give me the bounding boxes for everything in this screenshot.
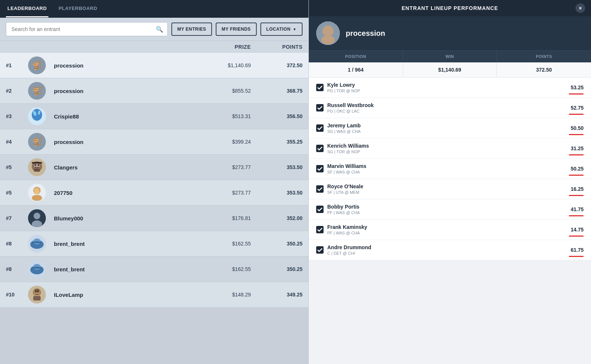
prize: $148.29 [199, 292, 251, 298]
player-meta: SF | UTA @ MEM [327, 190, 571, 195]
player-row[interactable]: Marvin Williams SF | WAS @ CHA 50.25 [309, 159, 591, 179]
points: 368.75 [251, 88, 303, 94]
player-row[interactable]: Frank Kaminsky PF | WAS @ CHA 14.75 [309, 220, 591, 240]
player-row[interactable]: Kyle Lowry PG | TOR @ NOP 53.25 [309, 78, 591, 98]
prize: $855.52 [199, 88, 251, 94]
prize: $1,140.69 [199, 62, 251, 68]
table-row[interactable]: #10 ILoveLamp $148.29 349.25 [0, 282, 308, 308]
avatar [28, 235, 46, 253]
avatar [28, 260, 46, 278]
points: 355.25 [251, 139, 303, 145]
stats-header: POSITION WIN POINTS [309, 50, 591, 62]
check-icon [316, 226, 324, 233]
table-row[interactable]: #1 🐒 procession $1,140.69 372.50 [0, 53, 308, 78]
rank: #5 [6, 190, 28, 196]
player-info: Kyle Lowry PG | TOR @ NOP [327, 82, 571, 93]
player-row[interactable]: Jeremy Lamb SG | WAS @ CHA 50.50 [309, 118, 591, 138]
search-filter-bar: 🔍 MY ENTRIES MY FRIENDS LOCATION ▼ [0, 18, 308, 41]
stats-win: $1,140.69 [403, 62, 497, 77]
svg-rect-7 [34, 169, 40, 172]
player-info: Marvin Williams SF | WAS @ CHA [327, 163, 571, 174]
table-row[interactable]: #2 🐒 procession $855.52 368.75 [0, 78, 308, 104]
search-wrapper: 🔍 [6, 22, 168, 36]
table-row[interactable]: #5 Clangers $273.77 353.50 [0, 155, 308, 180]
points: 352.00 [251, 215, 303, 221]
player-row[interactable]: Andre Drummond C | DET @ CHI 61.75 [309, 240, 591, 260]
rank: #4 [6, 139, 28, 145]
search-input[interactable] [6, 22, 168, 36]
player-name: Kenrich Williams [327, 143, 571, 149]
leaderboard-table: #1 🐒 procession $1,140.69 372.50 #2 🐒 pr… [0, 53, 308, 308]
player-meta: SG | TOR @ NOP [327, 150, 571, 154]
player-row[interactable]: Russell Westbrook PG | OKC @ LAC 52.75 [309, 98, 591, 118]
player-meta: PG | TOR @ NOP [327, 89, 571, 93]
table-row[interactable]: #3 Crispie88 $513.31 356.50 [0, 104, 308, 129]
player-meta: PF | WAS @ CHA [327, 210, 571, 215]
points: 353.50 [251, 190, 303, 196]
prize: $162.55 [199, 266, 251, 272]
panel-title: ENTRANT LINEUP PERFORMANCE [402, 5, 498, 11]
player-name: Jeremy Lamb [327, 123, 571, 128]
search-icon: 🔍 [156, 26, 163, 33]
entrant-username: procession [346, 29, 385, 38]
stats-header-points: POINTS [497, 51, 591, 62]
points: 350.25 [251, 266, 303, 272]
check-icon [316, 104, 324, 111]
svg-point-8 [35, 164, 36, 166]
prize: $162.55 [199, 241, 251, 247]
table-row[interactable]: #4 🐒 procession $399.24 355.25 [0, 129, 308, 155]
my-entries-button[interactable]: MY ENTRIES [171, 23, 212, 36]
player-score-bar [569, 236, 584, 237]
table-row[interactable]: #5 207750 $273.77 353.50 [0, 180, 308, 206]
stats-header-position: POSITION [309, 51, 403, 62]
tab-leaderboard[interactable]: LEADERBOARD [6, 0, 48, 17]
player-score-bar [569, 93, 584, 95]
table-row[interactable]: #8 brent_brent $162.55 350.25 [0, 257, 308, 282]
entrant-name: procession [54, 139, 199, 145]
player-score-bar [569, 256, 584, 257]
player-row[interactable]: Bobby Portis PF | WAS @ CHA 41.75 [309, 199, 591, 220]
points-header: POINTS [251, 44, 303, 50]
player-row[interactable]: Royce O'Neale SF | UTA @ MEM 16.25 [309, 179, 591, 199]
player-meta: PF | WAS @ CHA [327, 231, 571, 235]
table-row[interactable]: #8 brent_brent $162.55 350.25 [0, 231, 308, 257]
table-row[interactable]: #7 Blumey000 $176.81 352.00 [0, 206, 308, 231]
entrant-name: Crispie88 [54, 113, 199, 120]
check-icon [316, 145, 324, 152]
prize: $513.31 [199, 113, 251, 119]
svg-rect-39 [316, 206, 324, 213]
stats-row: 1 / 964 $1,140.69 372.50 [309, 62, 591, 78]
points: 350.25 [251, 241, 303, 247]
prize: $273.77 [199, 190, 251, 196]
svg-rect-34 [316, 104, 324, 111]
player-meta: C | DET @ CHI [327, 251, 571, 255]
tab-bar: LEADERBOARD PLAYERBOARD [0, 0, 308, 18]
close-button[interactable]: × [575, 3, 585, 13]
player-score-bar [569, 215, 584, 216]
svg-point-15 [34, 213, 40, 219]
rank: #2 [6, 88, 28, 94]
entrant-name: 207750 [54, 190, 199, 196]
entrant-name: Clangers [54, 164, 199, 171]
player-row[interactable]: Kenrich Williams SG | TOR @ NOP 31.25 [309, 138, 591, 159]
check-icon [316, 165, 324, 172]
avatar [28, 209, 46, 227]
svg-rect-37 [316, 165, 324, 172]
my-friends-button[interactable]: MY FRIENDS [216, 23, 257, 36]
player-points: 31.25 [571, 145, 584, 151]
svg-rect-33 [316, 84, 324, 91]
entrant-name: procession [54, 88, 199, 94]
entrant-info-bar: procession [309, 16, 591, 50]
avatar [28, 158, 46, 176]
player-points: 53.25 [571, 85, 584, 90]
location-button[interactable]: LOCATION ▼ [260, 23, 303, 36]
player-list: Kyle Lowry PG | TOR @ NOP 53.25 Russell … [309, 78, 591, 260]
check-icon [316, 246, 324, 254]
player-info: Frank Kaminsky PF | WAS @ CHA [327, 224, 571, 235]
check-icon [316, 124, 324, 132]
svg-point-6 [34, 164, 40, 168]
avatar: 🐒 [28, 56, 46, 74]
tab-playerboard[interactable]: PLAYERBOARD [57, 0, 99, 17]
points: 372.50 [251, 62, 303, 68]
svg-point-32 [321, 35, 335, 44]
